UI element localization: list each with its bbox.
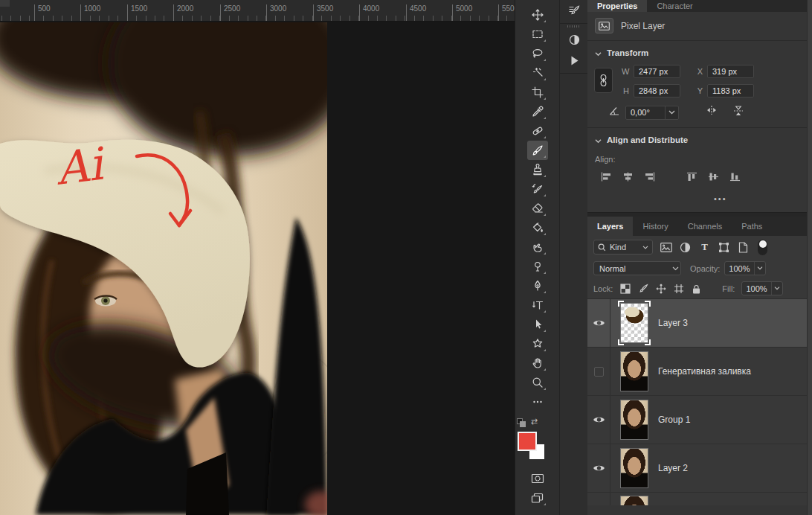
rectangular-marquee-tool[interactable] bbox=[527, 25, 548, 44]
history-brush-tool[interactable] bbox=[527, 179, 548, 199]
align-horizontal-centers-button[interactable] bbox=[622, 171, 634, 181]
smudge-tool[interactable] bbox=[527, 237, 548, 257]
filter-pixel-layers-icon[interactable] bbox=[660, 241, 672, 254]
layer-thumbnail[interactable] bbox=[620, 303, 648, 343]
layer-row[interactable]: Layer 2 bbox=[587, 444, 812, 493]
fill-field[interactable]: 100% bbox=[741, 281, 782, 295]
dock-grip[interactable] bbox=[567, 25, 581, 28]
tab-character[interactable]: Character bbox=[647, 0, 702, 12]
align-bottom-edges-button[interactable] bbox=[729, 171, 741, 181]
filter-kind-select[interactable]: Kind bbox=[593, 240, 653, 255]
transform-section-header[interactable]: Transform bbox=[587, 41, 812, 62]
more-tools-button[interactable] bbox=[527, 392, 548, 412]
filter-smart-objects-icon[interactable] bbox=[737, 241, 750, 254]
align-top-edges-button[interactable] bbox=[686, 171, 697, 181]
pen-tool[interactable] bbox=[527, 276, 548, 295]
layer-thumbnail[interactable] bbox=[620, 448, 648, 488]
document-image[interactable]: Ai bbox=[0, 22, 327, 515]
chevron-down-icon[interactable] bbox=[665, 106, 678, 119]
path-select-tool[interactable] bbox=[527, 315, 548, 334]
rotation-angle-field[interactable]: 0,00° bbox=[625, 106, 679, 120]
chevron-down-icon[interactable] bbox=[754, 262, 765, 275]
filter-toggle-switch[interactable] bbox=[758, 240, 767, 255]
link-dimensions-button[interactable] bbox=[594, 68, 613, 93]
layer-name[interactable]: Layer 3 bbox=[658, 318, 688, 328]
screen-mode-button[interactable] bbox=[527, 488, 548, 508]
blend-mode-select[interactable]: Normal bbox=[593, 261, 681, 275]
lock-all-icon[interactable] bbox=[691, 283, 702, 294]
actions-panel-icon[interactable] bbox=[560, 50, 588, 71]
layer-row[interactable]: Group 1 bbox=[587, 396, 812, 444]
ruler-origin-corner[interactable] bbox=[0, 0, 10, 7]
layer-thumbnail[interactable] bbox=[620, 351, 648, 391]
eyedropper-tool[interactable] bbox=[527, 102, 548, 121]
hand-tool[interactable] bbox=[527, 354, 548, 373]
tab-properties[interactable]: Properties bbox=[587, 0, 647, 12]
layer-thumbnail[interactable] bbox=[620, 400, 648, 440]
visibility-toggle[interactable] bbox=[587, 444, 610, 492]
filter-adjustment-layers-icon[interactable] bbox=[679, 241, 692, 254]
visibility-toggle[interactable] bbox=[587, 396, 610, 444]
tab-channels[interactable]: Channels bbox=[678, 217, 732, 236]
width-field[interactable]: 2477 px bbox=[634, 65, 680, 78]
move-tool[interactable] bbox=[527, 5, 548, 25]
x-field[interactable]: 319 px bbox=[707, 65, 754, 78]
tab-history[interactable]: History bbox=[633, 217, 677, 236]
swap-colors-icon[interactable]: ⇄ bbox=[531, 417, 538, 426]
zoom-tool[interactable] bbox=[527, 373, 548, 392]
eraser-tool[interactable] bbox=[527, 199, 548, 218]
magic-wand-tool[interactable] bbox=[527, 63, 548, 83]
paint-bucket-tool[interactable] bbox=[527, 218, 548, 237]
align-right-edges-button[interactable] bbox=[644, 171, 655, 181]
align-buttons bbox=[587, 171, 812, 181]
layer-name[interactable]: Group 1 bbox=[658, 415, 690, 425]
y-field[interactable]: 1183 px bbox=[707, 84, 754, 97]
align-vertical-centers-button[interactable] bbox=[708, 171, 719, 181]
quick-mask-button[interactable] bbox=[527, 469, 548, 488]
height-field[interactable]: 2848 px bbox=[634, 84, 680, 97]
lock-paint-icon[interactable] bbox=[637, 283, 648, 294]
visibility-toggle[interactable] bbox=[587, 348, 610, 395]
default-swap-colors[interactable]: ⇄ bbox=[515, 417, 538, 429]
foreground-color-swatch[interactable] bbox=[518, 432, 537, 451]
clone-stamp-tool[interactable] bbox=[527, 160, 548, 179]
canvas-area[interactable]: 500 1000 1500 2000 2500 3000 3500 4000 4… bbox=[0, 0, 515, 515]
visibility-toggle[interactable] bbox=[587, 493, 610, 505]
lock-position-icon[interactable] bbox=[655, 283, 666, 294]
layer-name[interactable]: Layer 2 bbox=[658, 463, 688, 473]
lock-artboard-icon[interactable] bbox=[673, 283, 684, 294]
layer-row[interactable]: Layer 3 bbox=[587, 299, 812, 348]
layer-row[interactable] bbox=[587, 493, 812, 505]
filter-type-layers-icon[interactable]: T bbox=[698, 241, 711, 254]
flip-vertical-button[interactable] bbox=[732, 105, 744, 120]
brush-tool[interactable] bbox=[527, 141, 548, 160]
healing-brush-tool[interactable] bbox=[527, 121, 548, 141]
dodge-tool[interactable] bbox=[527, 257, 548, 276]
layer-name[interactable]: Генеративная заливка bbox=[658, 366, 751, 377]
layer-thumbnail[interactable] bbox=[620, 496, 648, 505]
type-tool[interactable] bbox=[527, 295, 548, 315]
chevron-down-icon[interactable] bbox=[771, 282, 782, 295]
lock-transparency-icon[interactable] bbox=[619, 283, 631, 294]
brush-settings-panel-icon[interactable] bbox=[560, 0, 588, 21]
filter-shape-layers-icon[interactable] bbox=[718, 241, 730, 254]
align-section-header[interactable]: Align and Distribute bbox=[587, 128, 812, 149]
custom-shape-tool[interactable] bbox=[527, 334, 548, 354]
crop-tool[interactable] bbox=[527, 83, 548, 102]
layer-row[interactable]: Генеративная заливка bbox=[587, 348, 812, 396]
tab-paths[interactable]: Paths bbox=[732, 217, 772, 236]
gradients-panel-icon[interactable] bbox=[560, 29, 588, 50]
tab-layers[interactable]: Layers bbox=[587, 217, 633, 236]
visibility-toggle[interactable] bbox=[587, 299, 610, 347]
lock-row: Lock: Fill: 100% bbox=[587, 278, 812, 299]
align-title: Align and Distribute bbox=[607, 135, 688, 144]
align-left-edges-button[interactable] bbox=[601, 171, 612, 181]
flip-horizontal-button[interactable] bbox=[706, 105, 718, 120]
eye-icon bbox=[593, 415, 605, 424]
search-icon bbox=[598, 243, 606, 252]
align-more-options-button[interactable]: ••• bbox=[714, 194, 812, 203]
panel-scrollbar-track[interactable] bbox=[807, 0, 812, 515]
opacity-field[interactable]: 100% bbox=[724, 261, 765, 275]
horizontal-ruler[interactable]: 500 1000 1500 2000 2500 3000 3500 4000 4… bbox=[0, 0, 515, 22]
lasso-tool[interactable] bbox=[527, 44, 548, 63]
